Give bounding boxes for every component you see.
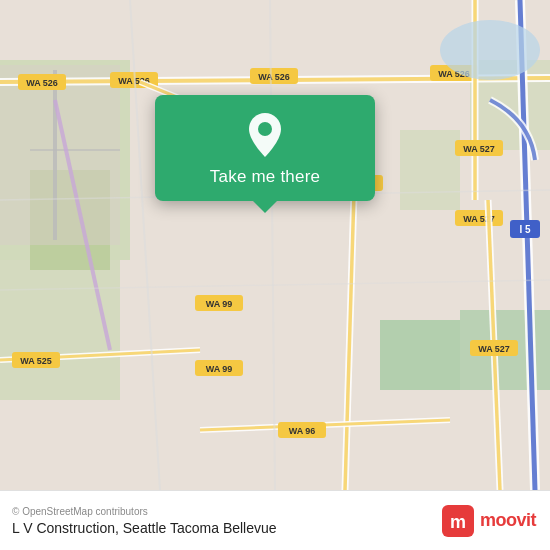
svg-text:WA 527: WA 527 [463, 144, 495, 154]
svg-text:m: m [450, 512, 466, 532]
bottom-info: © OpenStreetMap contributors L V Constru… [12, 506, 277, 536]
take-me-there-label: Take me there [210, 167, 320, 187]
svg-text:WA 526: WA 526 [26, 78, 58, 88]
svg-rect-6 [400, 130, 460, 210]
svg-text:I 5: I 5 [519, 224, 531, 235]
bottom-bar: © OpenStreetMap contributors L V Constru… [0, 490, 550, 550]
moovit-logo: m moovit [442, 505, 536, 537]
moovit-brand-text: moovit [480, 510, 536, 531]
svg-rect-8 [0, 65, 120, 245]
attribution-text: © OpenStreetMap contributors [12, 506, 277, 517]
svg-text:WA 526: WA 526 [258, 72, 290, 82]
svg-text:WA 527: WA 527 [478, 344, 510, 354]
svg-point-58 [440, 20, 540, 80]
map-background: WA 526 WA 526 WA 526 WA 526 WA 527 WA 52… [0, 0, 550, 490]
svg-text:WA 99: WA 99 [206, 364, 233, 374]
svg-text:WA 96: WA 96 [289, 426, 316, 436]
svg-point-59 [258, 122, 272, 136]
location-pin-icon [243, 113, 287, 157]
moovit-icon: m [442, 505, 474, 537]
svg-text:WA 525: WA 525 [20, 356, 52, 366]
svg-rect-2 [0, 260, 120, 400]
map-container: WA 526 WA 526 WA 526 WA 526 WA 527 WA 52… [0, 0, 550, 490]
location-name: L V Construction, Seattle Tacoma Bellevu… [12, 520, 277, 536]
take-me-there-popup[interactable]: Take me there [155, 95, 375, 201]
svg-rect-4 [380, 320, 460, 390]
svg-text:WA 99: WA 99 [206, 299, 233, 309]
